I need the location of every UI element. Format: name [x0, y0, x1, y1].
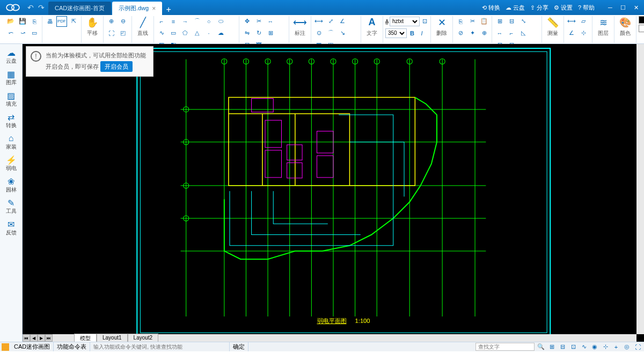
dim-angle-icon[interactable]: ∠	[337, 16, 348, 27]
polyline-icon[interactable]: ⌐	[156, 16, 167, 27]
search-input[interactable]	[475, 343, 535, 351]
delete-tool[interactable]: ✕ 删除	[433, 16, 450, 37]
close-button[interactable]: ✕	[630, 3, 642, 12]
fontsize-select[interactable]: 350	[385, 28, 407, 38]
upgrade-button[interactable]: 开启会员	[100, 61, 133, 72]
circle-icon[interactable]: ○	[203, 16, 214, 27]
zoom-out-icon[interactable]: ⊖	[118, 16, 128, 27]
cloud-icon[interactable]: ☁	[215, 28, 226, 39]
layout-tab-模型[interactable]: 模型	[74, 334, 97, 342]
snap-icon[interactable]: ⊞	[547, 343, 556, 351]
scroll-last-icon[interactable]: ⏭	[45, 334, 53, 342]
pdf-icon[interactable]: PDF	[56, 16, 67, 27]
line-tool[interactable]: ╱ 直线	[134, 16, 151, 37]
scale-icon[interactable]: ⤡	[518, 16, 529, 27]
leader-icon[interactable]: ↘	[337, 28, 348, 39]
maximize-button[interactable]: ☐	[617, 3, 629, 12]
offset-icon[interactable]: ⊞	[265, 28, 276, 39]
spline-icon[interactable]: ∿	[156, 28, 167, 39]
zoom-fit-icon[interactable]: ⛶	[106, 28, 116, 39]
print-icon[interactable]: 🖶	[45, 16, 55, 27]
sidebar-item-弱电[interactable]: ⚡弱电	[1, 153, 21, 174]
scrollbar-horizontal[interactable]: ⏮ ◀ ▶ ⏭ 模型Layout1Layout2	[23, 334, 636, 342]
sidebar-item-反馈[interactable]: ✉反馈	[1, 218, 21, 238]
rect-icon[interactable]: ▭	[168, 28, 179, 39]
distribute-icon[interactable]: ⊟	[506, 16, 517, 27]
sidebar-item-家装[interactable]: ⌂家装	[1, 132, 21, 152]
dim-radius-icon[interactable]: ⊙	[313, 28, 324, 39]
help-button[interactable]: ? 帮助	[578, 4, 595, 12]
copy-icon[interactable]: ⎘	[455, 16, 466, 27]
layout-tab-Layout2[interactable]: Layout2	[128, 334, 159, 342]
export-icon[interactable]: ⇱	[68, 16, 79, 27]
stretch-icon[interactable]: ↔	[494, 28, 505, 39]
command-input[interactable]	[93, 344, 222, 350]
new-icon[interactable]: ▭	[29, 28, 40, 39]
color-black[interactable]	[639, 16, 644, 24]
saveas-icon[interactable]: ⎘	[29, 16, 40, 27]
dim-align-icon[interactable]: ⤢	[325, 16, 336, 27]
cut-icon[interactable]: ✂	[467, 16, 478, 27]
drawing-canvas[interactable]: 弱电平面图 1:100 ⏮ ◀ ▶ ⏭ 模型Layout1Layout2	[23, 44, 644, 342]
bold-button[interactable]: B	[408, 28, 416, 39]
nav-fwd-icon[interactable]: ↷	[36, 3, 46, 12]
scroll-first-icon[interactable]: ⏮	[23, 334, 30, 342]
pan-tool[interactable]: ✋ 平移	[84, 16, 101, 37]
point-icon[interactable]: ·	[203, 28, 214, 39]
target-icon[interactable]: ◎	[623, 343, 631, 351]
arc-icon[interactable]: ⌒	[192, 16, 202, 27]
zoom-in-icon[interactable]: ⊕	[106, 16, 116, 27]
fullscreen-icon[interactable]: ⛶	[633, 343, 642, 351]
sidebar-item-图库[interactable]: ▦图库	[1, 68, 21, 88]
mirror-icon[interactable]: ⇋	[241, 28, 252, 39]
join-icon[interactable]: ⊕	[479, 28, 489, 39]
explode-icon[interactable]: ✦	[467, 28, 478, 39]
fillet-icon[interactable]: ⌐	[506, 28, 517, 39]
color-white[interactable]	[639, 25, 644, 32]
close-icon[interactable]: ×	[152, 5, 156, 12]
polygon-icon[interactable]: ⬠	[180, 28, 191, 39]
text-tool[interactable]: A 文字	[363, 16, 380, 37]
coord-icon[interactable]: ⊹	[578, 28, 589, 39]
font-select[interactable]: hztxt	[390, 17, 420, 26]
nav-back-icon[interactable]: ↶	[26, 3, 35, 12]
dim-linear-icon[interactable]: ⟷	[313, 16, 324, 27]
align-icon[interactable]: ⊞	[494, 16, 505, 27]
share-button[interactable]: ⇪ 分享	[530, 4, 548, 12]
color-tool[interactable]: 🎨 颜色	[617, 16, 634, 37]
save-icon[interactable]: 💾	[17, 16, 28, 27]
ortho-icon[interactable]: ⊡	[569, 343, 577, 351]
ellipse-icon[interactable]: ⬭	[215, 16, 226, 27]
grid-icon[interactable]: ⊟	[558, 343, 567, 351]
sidebar-item-填充[interactable]: ▨填充	[1, 89, 21, 109]
ok-button[interactable]: 确定	[230, 342, 248, 351]
italic-button[interactable]: I	[418, 28, 426, 39]
chamfer-icon[interactable]: ◺	[518, 28, 529, 39]
undo-icon[interactable]: ⤺	[5, 28, 16, 39]
dist-icon[interactable]: ⟷	[566, 16, 577, 27]
area-icon[interactable]: ▱	[578, 16, 589, 27]
rotate-icon[interactable]: ↻	[253, 28, 264, 39]
osnap-icon[interactable]: ◉	[590, 343, 599, 351]
angle-meas-icon[interactable]: ∠	[566, 28, 577, 39]
multiline-icon[interactable]: ≡	[168, 16, 179, 27]
tab-home[interactable]: CAD迷你画图-首页	[48, 2, 111, 15]
settings-button[interactable]: ⚙ 设置	[554, 4, 573, 12]
dim-arc-icon[interactable]: ⌒	[325, 28, 336, 39]
trim-icon[interactable]: ✂	[253, 16, 264, 27]
ray-icon[interactable]: →	[180, 16, 191, 27]
scrollbar-vertical[interactable]	[636, 44, 644, 334]
layer-tool[interactable]: ≋ 图层	[595, 16, 612, 37]
break-icon[interactable]: ⊘	[455, 28, 466, 39]
zoom-window-icon[interactable]: ◰	[118, 28, 128, 39]
otrack-icon[interactable]: ⊹	[601, 343, 610, 351]
layout-tab-Layout1[interactable]: Layout1	[97, 334, 128, 342]
plus-icon[interactable]: +	[612, 343, 620, 351]
search-icon[interactable]: 🔍	[537, 343, 545, 351]
font-fit-icon[interactable]: ⊡	[421, 16, 428, 27]
sidebar-item-园林[interactable]: ❀园林	[1, 175, 21, 195]
redo-icon[interactable]: ⤻	[17, 28, 28, 39]
paste-icon[interactable]: 📋	[479, 16, 489, 27]
cmdtable-button[interactable]: 功能命令表	[54, 342, 90, 351]
tab-add-button[interactable]: +	[163, 4, 174, 15]
